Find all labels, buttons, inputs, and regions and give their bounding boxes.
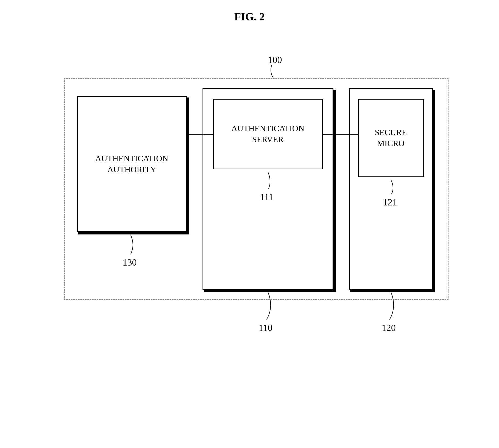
secure-micro-box: SECURE MICRO [358, 99, 424, 177]
lead-120 [387, 292, 400, 322]
label-100: 100 [268, 54, 282, 65]
lead-121 [388, 180, 399, 197]
label-120: 120 [382, 322, 396, 333]
auth-authority-text: AUTHENTICATION AUTHORITY [95, 153, 168, 175]
label-130: 130 [123, 257, 137, 268]
auth-server-box: AUTHENTICATION SERVER [213, 99, 323, 169]
figure-title: FIG. 2 [234, 10, 265, 23]
auth-authority-box: AUTHENTICATION AUTHORITY [77, 96, 187, 232]
label-121: 121 [383, 197, 397, 208]
connector-aa-as [187, 134, 213, 135]
lead-130 [128, 235, 138, 257]
diagram-wrapper: 100 AUTHENTICATION AUTHORITY AUTHENTICAT… [40, 54, 459, 342]
secure-micro-text: SECURE MICRO [375, 127, 407, 149]
lead-110 [264, 292, 277, 322]
auth-server-text: AUTHENTICATION SERVER [231, 123, 304, 145]
lead-111 [265, 172, 276, 191]
connector-as-sm [323, 134, 358, 135]
label-110: 110 [259, 322, 273, 333]
label-111: 111 [260, 192, 273, 203]
